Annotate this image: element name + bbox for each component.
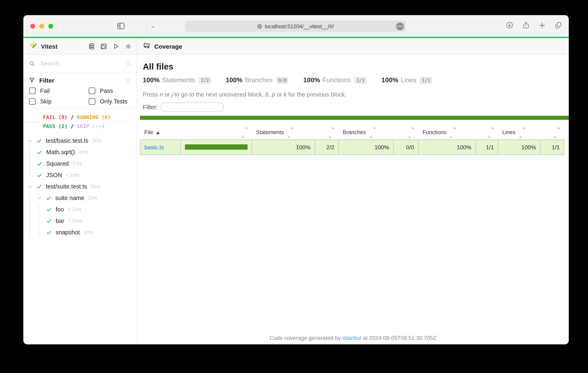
chevron-down-icon[interactable] xyxy=(37,196,42,200)
tree-leaf-foo[interactable]: foo< 1ms xyxy=(23,204,137,215)
sort-icon[interactable] xyxy=(408,130,414,136)
chevron-down-icon[interactable] xyxy=(28,138,32,143)
test-summary: FAIL (0) / RUNNING (0) PASS (2) / SKIP (… xyxy=(23,113,137,131)
sort-icon[interactable] xyxy=(369,130,376,136)
hint-text: k xyxy=(284,91,287,98)
page-settings-button[interactable] xyxy=(396,22,404,30)
stat-fraction: 1/1 xyxy=(355,77,367,84)
close-window-button[interactable] xyxy=(30,24,35,29)
test-tree: test/basic.test.ts2msMath.sqrt()1msSquar… xyxy=(23,135,137,344)
pass-check-icon xyxy=(46,218,52,224)
coverage-filter-input[interactable] xyxy=(161,102,224,112)
sort-icon[interactable] xyxy=(287,130,294,136)
address-bar[interactable]: localhost:51204/__vitest__/#/ xyxy=(185,21,406,32)
search-input[interactable] xyxy=(40,60,120,67)
run-all-icon[interactable] xyxy=(113,43,119,50)
test-duration: 1ms xyxy=(79,149,88,155)
downloads-icon[interactable] xyxy=(506,21,514,31)
clear-filter-icon[interactable] xyxy=(125,77,131,83)
test-name: snapshot xyxy=(56,229,80,236)
column-header-statements[interactable]: Statements xyxy=(252,125,315,140)
column-header-file[interactable]: File xyxy=(140,125,181,140)
coverage-bar-cell xyxy=(181,140,252,155)
stat-lines: 100%Lines1/1 xyxy=(382,76,432,84)
checkbox-box[interactable] xyxy=(29,88,36,94)
tree-leaf-squared[interactable]: Squared1ms xyxy=(23,158,137,169)
istanbul-link[interactable]: istanbul xyxy=(342,335,361,341)
column-sorter[interactable] xyxy=(476,125,498,140)
test-name: JSON xyxy=(46,172,62,178)
column-sorter[interactable] xyxy=(315,125,339,140)
theme-toggle-icon[interactable] xyxy=(125,43,132,50)
checkbox-box[interactable] xyxy=(29,98,36,105)
sidebar-toggle-icon[interactable] xyxy=(117,22,125,32)
filter-checkbox-fail[interactable]: Fail xyxy=(29,88,89,94)
filter-checkbox-pass[interactable]: Pass xyxy=(89,88,131,94)
vitest-sidebar: Filter FailPassSkipOnly Tests FAIL (0) /… xyxy=(23,55,137,344)
column-header-branches[interactable]: Branches xyxy=(339,125,393,140)
sort-icon[interactable] xyxy=(519,130,525,136)
sort-icon[interactable] xyxy=(328,130,335,136)
test-name: Math.sqrt() xyxy=(46,149,75,155)
filter-checkbox-skip[interactable]: Skip xyxy=(29,98,89,105)
column-sorter[interactable] xyxy=(393,125,418,140)
coverage-status-bar xyxy=(140,116,569,120)
column-label: Statements xyxy=(256,129,284,135)
coverage-filter-label: Filter: xyxy=(143,104,158,110)
chevron-down-icon[interactable] xyxy=(151,24,156,31)
hint-text: Press xyxy=(143,91,160,98)
file-link[interactable]: basic.ts xyxy=(145,144,164,151)
pass-check-icon xyxy=(46,195,51,201)
pass-check-icon xyxy=(46,207,52,212)
tree-node-test-suite-test-ts[interactable]: test/suite.test.ts3ms xyxy=(23,181,137,192)
pass-check-icon xyxy=(46,230,52,235)
stat-label: Functions xyxy=(322,76,351,84)
column-header-lines[interactable]: Lines xyxy=(498,125,540,140)
zoom-window-button[interactable] xyxy=(48,24,53,29)
dashboard-icon[interactable] xyxy=(100,43,107,50)
checkbox-label: Pass xyxy=(100,88,113,94)
tree-node-test-basic-test-ts[interactable]: test/basic.test.ts2ms xyxy=(23,135,137,146)
share-icon[interactable] xyxy=(522,21,530,31)
tree-view-icon[interactable] xyxy=(88,43,95,50)
checkbox-box[interactable] xyxy=(89,98,95,105)
tab-overview-icon[interactable] xyxy=(555,21,562,31)
tree-guide-line xyxy=(30,193,30,237)
coverage-bar xyxy=(185,145,248,150)
test-duration: 1ms xyxy=(84,229,93,235)
vitest-header-actions xyxy=(88,43,137,50)
tree-leaf-math-sqrt[interactable]: Math.sqrt()1ms xyxy=(23,146,137,158)
new-tab-icon[interactable] xyxy=(538,21,546,31)
hint-text: p xyxy=(272,91,275,98)
sort-icon[interactable] xyxy=(450,130,456,136)
sort-icon[interactable] xyxy=(553,130,560,136)
checkbox-box[interactable] xyxy=(89,88,95,94)
clear-search-filter-icon[interactable] xyxy=(125,60,131,66)
column-header-functions[interactable]: Functions xyxy=(418,125,476,140)
minimize-window-button[interactable] xyxy=(39,24,44,29)
test-name: test/basic.test.ts xyxy=(46,137,88,144)
toolbar-actions xyxy=(506,15,562,37)
column-sorter[interactable] xyxy=(540,125,564,140)
tree-leaf-json[interactable]: JSON< 1ms xyxy=(23,169,137,181)
filter-checkbox-only-tests[interactable]: Only Tests xyxy=(89,98,131,105)
sort-ascending-icon xyxy=(157,132,160,134)
search-row xyxy=(23,55,137,73)
sort-icon[interactable] xyxy=(241,130,248,136)
column-sorter[interactable] xyxy=(181,125,252,140)
tree-node-suite-name[interactable]: suite name2ms xyxy=(23,192,137,204)
test-duration: < 1ms xyxy=(68,218,82,224)
test-duration: 2ms xyxy=(88,195,98,201)
tree-leaf-bar[interactable]: bar< 1ms xyxy=(23,215,137,227)
tree-leaf-snapshot[interactable]: snapshot1ms xyxy=(23,227,137,238)
file-cell: basic.ts xyxy=(140,140,181,155)
stat-percent: 100% xyxy=(143,76,160,84)
coverage-header: Coverage xyxy=(137,38,569,54)
hint-text: to go to the next uncovered block, xyxy=(173,91,265,98)
chevron-down-icon[interactable] xyxy=(28,184,32,189)
summary-line-1: FAIL (0) / RUNNING (0) xyxy=(43,113,111,122)
test-name: bar xyxy=(56,218,64,224)
coverage-value-cell: 100% xyxy=(498,140,540,155)
browser-toolbar: localhost:51204/__vitest__/#/ xyxy=(23,15,569,37)
sort-icon[interactable] xyxy=(488,130,494,136)
